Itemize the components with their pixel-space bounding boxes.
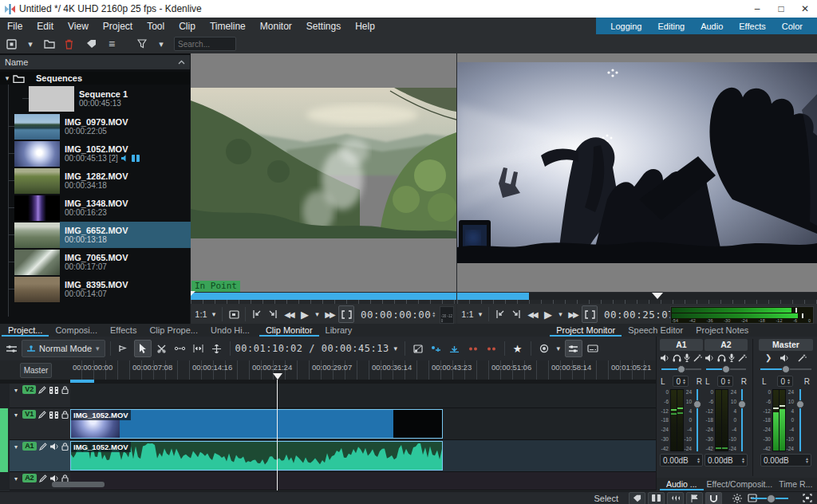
menu-settings[interactable]: Settings	[299, 21, 348, 32]
monitor-timecode[interactable]: 00:00:25:07	[604, 309, 674, 321]
workspace-audio[interactable]: Audio	[693, 22, 731, 31]
add-clip-button[interactable]	[3, 36, 19, 52]
track-lane-v2[interactable]	[70, 384, 656, 408]
filter-caret-icon[interactable]: ▾	[153, 36, 169, 52]
monitor-headphones-icon[interactable]	[673, 353, 681, 362]
close-button[interactable]: ✕	[793, 0, 817, 18]
clip-monitor-seekbar[interactable]	[191, 293, 456, 300]
timecode-caret-icon[interactable]: ▾	[392, 341, 400, 356]
monitor-headphones-icon[interactable]	[717, 353, 726, 362]
balance-value[interactable]: 0▴▾	[777, 376, 793, 387]
create-folder-button[interactable]	[41, 36, 57, 52]
mute-speaker-icon[interactable]	[780, 353, 789, 362]
play-button[interactable]: ▶	[298, 306, 312, 322]
folder-expand-caret-icon[interactable]: ▾	[2, 74, 13, 82]
bin-folder-sequences[interactable]: ▾ Sequences	[0, 72, 190, 85]
bin-item-img1052[interactable]: IMG_1052.MOV 00:00:45:13 [2]	[14, 140, 190, 167]
menu-file[interactable]: File	[0, 21, 30, 32]
insert-zone-icon[interactable]	[428, 341, 444, 356]
edit-pencil-icon[interactable]	[38, 442, 48, 451]
bin-item-sequence1[interactable]: Sequence 1 00:00:45:13	[29, 85, 204, 112]
playhead-marker[interactable]	[652, 293, 663, 299]
effects-wand-icon[interactable]	[693, 353, 702, 362]
gain-value[interactable]: 0.00dB▴▾	[760, 454, 811, 467]
workspace-effects[interactable]: Effects	[731, 22, 773, 31]
monitor-zoom-level[interactable]: 1:1	[194, 306, 208, 322]
record-icon[interactable]	[536, 341, 552, 356]
tab-effects[interactable]: Effects	[104, 325, 143, 337]
track-header-v1[interactable]: ▾ V1	[10, 408, 70, 440]
collapse-chevron-icon[interactable]: ❯	[765, 353, 772, 362]
track-lane-a1[interactable]: IMG_1052.MOV	[70, 440, 656, 472]
audio-clip-img1052[interactable]: IMG_1052.MOV	[70, 441, 443, 471]
track-badge[interactable]: A1	[22, 442, 37, 451]
edit-pencil-icon[interactable]	[37, 410, 47, 419]
bin-name-header[interactable]: Name	[0, 55, 190, 69]
target-indicator-a1[interactable]	[0, 440, 8, 472]
track-badge[interactable]: A2	[22, 474, 37, 482]
track-collapse-icon[interactable]: ▾	[11, 442, 21, 451]
timeline-playhead-marker[interactable]	[273, 373, 282, 380]
favorite-effect-red-icon[interactable]	[465, 341, 481, 356]
track-badge[interactable]: V1	[22, 410, 36, 419]
mute-speaker-icon[interactable]	[705, 353, 714, 362]
delete-button[interactable]	[61, 36, 77, 52]
subtitle-tool-icon[interactable]	[585, 341, 601, 356]
record-mic-icon[interactable]	[728, 353, 735, 362]
project-monitor-seekbar[interactable]	[457, 293, 817, 300]
collapse-chevron-icon[interactable]	[178, 60, 185, 65]
tab-project-monitor[interactable]: Project Monitor	[550, 325, 622, 337]
zoom-caret-icon[interactable]: ▾	[476, 306, 484, 322]
remove-space-red-icon[interactable]	[483, 341, 499, 356]
slip-tool-button[interactable]	[191, 341, 207, 356]
balance-slider[interactable]	[760, 364, 811, 374]
tab-speech-editor[interactable]: Speech Editor	[622, 325, 689, 337]
balance-value[interactable]: 0▴▾	[673, 376, 689, 387]
track-collapse-icon[interactable]: ▾	[11, 385, 21, 395]
bin-item-img1282[interactable]: IMG_1282.MOV 00:00:34:18	[14, 167, 190, 194]
tab-effect-compositions[interactable]: Effect/Composit...	[704, 478, 776, 490]
volume-slider[interactable]	[796, 389, 804, 451]
monitor-zoom-level[interactable]: 1:1	[460, 306, 475, 322]
zoom-caret-icon[interactable]: ▾	[210, 306, 218, 322]
menu-edit[interactable]: Edit	[30, 21, 61, 32]
balance-slider[interactable]	[661, 364, 701, 374]
markers-flag-button[interactable]	[686, 492, 703, 504]
gain-value[interactable]: 0.00dB▴▾	[660, 454, 703, 467]
balance-slider[interactable]	[706, 364, 746, 374]
video-track-icon[interactable]	[49, 410, 59, 419]
favorite-effects-star-icon[interactable]: ★	[510, 341, 526, 356]
track-collapse-icon[interactable]: ▾	[11, 474, 21, 483]
timeline-timecode[interactable]: 00:01:10:02 / 00:00:45:13	[235, 343, 389, 354]
set-out-point-icon[interactable]	[266, 306, 280, 322]
workspace-editing[interactable]: Editing	[649, 22, 693, 31]
bin-item-img0979[interactable]: IMG_0979.MOV 00:00:22:05	[14, 113, 190, 140]
menu-monitor[interactable]: Monitor	[253, 21, 299, 32]
loop-zone-button[interactable]	[338, 305, 354, 323]
track-lane-v1[interactable]: IMG_1052.MOV	[70, 408, 656, 440]
monitor-timecode[interactable]: 00:00:00:00	[361, 309, 431, 321]
tab-clip-properties[interactable]: Clip Prope...	[143, 325, 204, 337]
fast-forward-button[interactable]: ▶▶	[322, 306, 337, 322]
fit-zoom-icon[interactable]	[803, 494, 812, 502]
target-indicator-v1[interactable]	[0, 408, 8, 440]
zoom-slider-knob[interactable]	[767, 494, 776, 503]
edit-pencil-icon[interactable]	[37, 385, 47, 395]
channel-label[interactable]: Master	[759, 339, 813, 351]
tab-compositions[interactable]: Composi...	[49, 325, 104, 337]
track-header-a1[interactable]: ▾ A1	[10, 440, 70, 472]
tab-clip-monitor[interactable]: Clip Monitor	[259, 325, 319, 337]
rewind-button[interactable]: ◀◀	[525, 306, 539, 322]
workspace-color[interactable]: Color	[774, 22, 811, 31]
minimize-button[interactable]: –	[745, 0, 769, 18]
volume-slider[interactable]	[693, 389, 701, 451]
menu-project[interactable]: Project	[96, 21, 140, 32]
edit-pencil-icon[interactable]	[38, 474, 48, 483]
track-target-icon[interactable]	[116, 341, 132, 356]
channel-label[interactable]: A1	[660, 339, 703, 351]
timecode-spinner[interactable]: ▴▾	[432, 311, 435, 317]
tab-audio-mixer[interactable]: Audio ...	[660, 478, 704, 490]
tab-project-notes[interactable]: Project Notes	[689, 325, 755, 337]
timeline-horizontal-scrollbar[interactable]	[52, 482, 105, 487]
extract-zone-icon[interactable]	[447, 341, 463, 356]
